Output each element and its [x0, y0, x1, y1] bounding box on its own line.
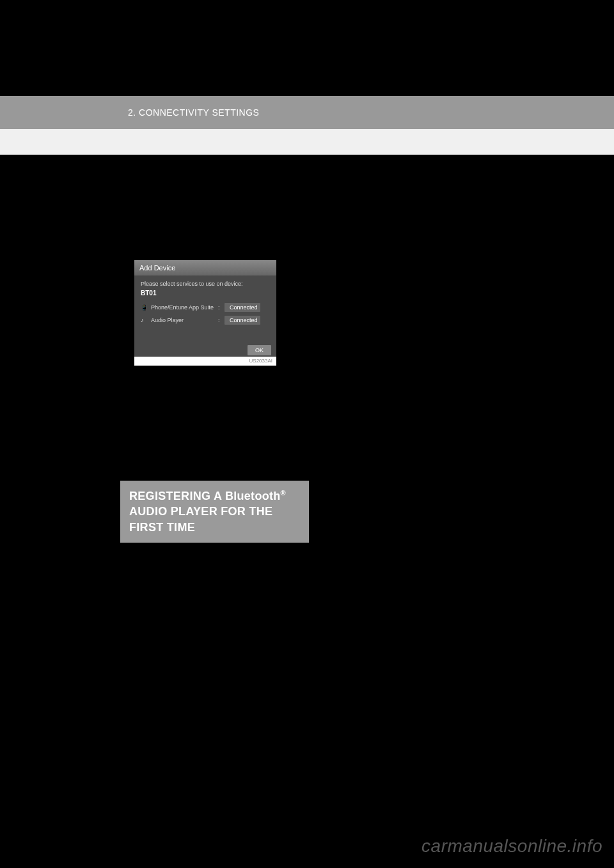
separator: : [218, 317, 224, 323]
screenshot-title: Add Device [139, 264, 175, 272]
screenshot-title-bar: Add Device [134, 260, 276, 275]
music-icon: ♪ [141, 317, 147, 323]
manual-page: 2. CONNECTIVITY SETTINGS Add Device Plea… [0, 96, 614, 167]
section-heading-text: REGISTERING A Bluetooth® AUDIO PLAYER FO… [129, 488, 300, 535]
section-header-bar: 2. CONNECTIVITY SETTINGS [0, 96, 614, 129]
service-name: Audio Player [151, 317, 218, 323]
phone-icon: 📱 [141, 304, 147, 311]
registered-symbol: ® [281, 489, 286, 497]
screenshot-body: Please select services to use on device:… [134, 275, 276, 355]
separator: : [218, 304, 224, 311]
service-status-badge[interactable]: Connected [224, 316, 260, 325]
device-name: BT01 [141, 290, 270, 297]
ok-button[interactable]: OK [248, 345, 271, 355]
content-area: Add Device Please select services to use… [0, 155, 614, 167]
service-status-badge[interactable]: Connected [224, 303, 260, 312]
section-heading-box: REGISTERING A Bluetooth® AUDIO PLAYER FO… [120, 481, 309, 543]
heading-line-2: AUDIO PLAYER FOR THE FIRST TIME [129, 505, 272, 533]
reference-code: US2033AI [134, 357, 276, 366]
watermark: carmanualsonline.info [421, 836, 602, 856]
section-header-label: 2. CONNECTIVITY SETTINGS [128, 107, 259, 118]
service-row[interactable]: 📱 Phone/Entune App Suite : Connected [141, 303, 270, 312]
service-name: Phone/Entune App Suite [151, 304, 218, 311]
service-row[interactable]: ♪ Audio Player : Connected [141, 316, 270, 325]
heading-line-1: REGISTERING A Bluetooth [129, 490, 281, 502]
prompt-text: Please select services to use on device: [141, 281, 270, 288]
subheader-bar [0, 129, 614, 155]
add-device-screenshot: Add Device Please select services to use… [134, 260, 276, 366]
